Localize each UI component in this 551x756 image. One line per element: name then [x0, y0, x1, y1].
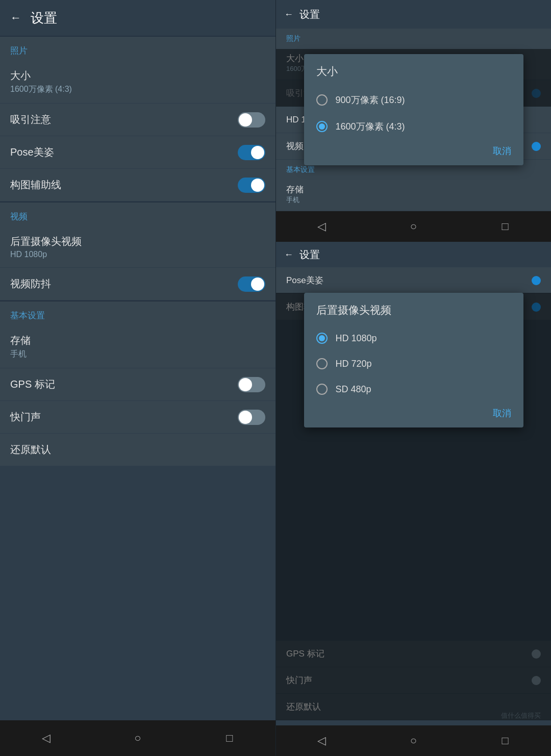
size-radio-9mp: [316, 94, 328, 106]
shutter-content: 快门声: [10, 410, 41, 424]
shutter-row[interactable]: 快门声: [0, 401, 276, 434]
shutter-toggle[interactable]: [238, 410, 265, 425]
pose-content: Pose美姿: [10, 145, 54, 159]
gridline-label: 构图辅助线: [10, 178, 61, 192]
right-pose-row[interactable]: Pose美姿: [276, 267, 551, 294]
left-panel: ← 设置 照片 大小 1600万像素 (4:3) 吸引注意 Pose美姿 构图辅…: [0, 0, 276, 756]
size-row[interactable]: 大小 1600万像素 (4:3): [0, 61, 276, 104]
right-pose-label: Pose美姿: [286, 274, 323, 286]
photo-section-header: 照片: [0, 37, 276, 61]
size-dialog-cancel[interactable]: 取消: [304, 140, 523, 160]
size-cancel-text[interactable]: 取消: [493, 146, 511, 156]
rear-video-content: 后置摄像头视频 HD 1080p: [10, 235, 82, 259]
size-radio-16mp-inner: [319, 123, 325, 130]
right-nav-mid-recent[interactable]: □: [495, 216, 515, 237]
attention-content: 吸引注意: [10, 113, 51, 127]
right-pose-dot: [532, 276, 541, 285]
right-panel: ← 设置 照片 大小 1600万像素 (4:3) 吸引注意 大小 900万像素 …: [276, 0, 551, 756]
right-storage-row[interactable]: 存储 手机: [276, 178, 551, 211]
basic-section-label: 基本设置: [10, 311, 45, 320]
rear-video-label: 后置摄像头视频: [10, 235, 82, 248]
reset-row[interactable]: 还原默认: [0, 434, 276, 466]
attention-toggle-knob: [239, 113, 252, 127]
gridline-content: 构图辅助线: [10, 178, 61, 192]
pose-toggle-knob: [251, 146, 264, 159]
right-storage-sublabel: 手机: [286, 195, 304, 205]
attention-toggle[interactable]: [238, 112, 265, 128]
right-lower-section: ← 设置 Pose美姿 构图辅助线 后置摄像头视频 HD 1080p: [276, 242, 551, 756]
attention-row[interactable]: 吸引注意: [0, 104, 276, 136]
right-stabilize-dot: [532, 142, 541, 151]
video-dialog-title: 后置摄像头视频: [304, 303, 523, 325]
right-header-top: ← 设置: [276, 0, 551, 29]
size-option-9mp-label: 900万像素 (16:9): [336, 94, 405, 106]
size-option-16mp-label: 1600万像素 (4:3): [336, 120, 405, 133]
size-label: 大小: [10, 69, 72, 83]
right-back-top[interactable]: ←: [284, 9, 293, 20]
rear-video-row[interactable]: 后置摄像头视频 HD 1080p: [0, 226, 276, 268]
video-section-label: 视频: [10, 212, 28, 221]
stabilize-row[interactable]: 视频防抖: [0, 268, 276, 300]
left-back-button[interactable]: ←: [10, 11, 21, 24]
right-nav-home[interactable]: ○: [403, 730, 423, 751]
video-dialog-cancel[interactable]: 取消: [304, 402, 523, 422]
right-header-lower: ← 设置: [276, 242, 551, 267]
video-radio-1080p-inner: [319, 335, 325, 341]
left-nav-home[interactable]: ○: [128, 728, 148, 748]
stabilize-toggle-knob: [251, 278, 264, 291]
storage-row[interactable]: 存储 手机: [0, 325, 276, 368]
right-storage-label: 存储: [286, 184, 304, 195]
video-option-1080p[interactable]: HD 1080p: [304, 325, 523, 351]
right-nav-recent[interactable]: □: [495, 730, 515, 751]
gps-toggle[interactable]: [238, 377, 265, 392]
size-option-9mp[interactable]: 900万像素 (16:9): [304, 87, 523, 113]
reset-content: 还原默认: [10, 443, 51, 457]
reset-label: 还原默认: [10, 443, 51, 457]
video-cancel-text[interactable]: 取消: [493, 408, 511, 418]
size-dialog: 大小 900万像素 (16:9) 1600万像素 (4:3) 取消: [304, 54, 523, 165]
right-nav-mid-back[interactable]: ◁: [312, 216, 332, 237]
left-nav-back[interactable]: ◁: [36, 728, 56, 748]
size-option-16mp[interactable]: 1600万像素 (4:3): [304, 113, 523, 140]
storage-sublabel: 手机: [10, 349, 31, 360]
basic-section-header: 基本设置: [0, 301, 276, 325]
gps-row[interactable]: GPS 标记: [0, 368, 276, 401]
shutter-label: 快门声: [10, 410, 41, 424]
video-option-480p-label: SD 480p: [336, 384, 371, 395]
right-bottom-nav: ◁ ○ □: [276, 725, 551, 756]
attention-label: 吸引注意: [10, 113, 51, 127]
left-title: 设置: [31, 9, 57, 27]
video-option-480p[interactable]: SD 480p: [304, 376, 523, 402]
left-header: ← 设置: [0, 0, 276, 36]
stabilize-toggle[interactable]: [238, 276, 265, 292]
storage-content: 存储 手机: [10, 334, 31, 360]
right-top-section: ← 设置 照片 大小 1600万像素 (4:3) 吸引注意 大小 900万像素 …: [276, 0, 551, 107]
stabilize-label: 视频防抖: [10, 277, 51, 291]
video-dialog-overlay: 后置摄像头视频 HD 1080p HD 720p SD 480p 取消: [276, 293, 551, 720]
right-nav-back[interactable]: ◁: [312, 730, 332, 751]
size-content: 大小 1600万像素 (4:3): [10, 69, 72, 95]
right-basic-label: 基本设置: [286, 165, 315, 173]
shutter-toggle-knob: [239, 411, 252, 424]
right-nav-mid: ◁ ○ □: [276, 211, 551, 242]
pose-label: Pose美姿: [10, 145, 54, 159]
video-option-1080p-label: HD 1080p: [336, 333, 377, 344]
size-dialog-title: 大小: [304, 64, 523, 87]
video-radio-720p: [316, 358, 328, 369]
pose-row[interactable]: Pose美姿: [0, 136, 276, 169]
stabilize-content: 视频防抖: [10, 277, 51, 291]
gps-toggle-knob: [239, 378, 252, 391]
right-photo-header: 照片: [276, 29, 551, 46]
video-option-720p[interactable]: HD 720p: [304, 351, 523, 376]
gridline-row[interactable]: 构图辅助线: [0, 169, 276, 201]
pose-toggle[interactable]: [238, 145, 265, 160]
video-section-header: 视频: [0, 203, 276, 226]
left-nav-recent[interactable]: □: [219, 728, 240, 748]
video-option-720p-label: HD 720p: [336, 359, 372, 369]
size-sublabel: 1600万像素 (4:3): [10, 84, 72, 95]
photo-section-label: 照片: [10, 46, 28, 56]
right-back-lower[interactable]: ←: [284, 249, 293, 260]
right-nav-mid-home[interactable]: ○: [403, 216, 423, 237]
rear-video-sublabel: HD 1080p: [10, 250, 82, 259]
gridline-toggle[interactable]: [238, 178, 265, 193]
